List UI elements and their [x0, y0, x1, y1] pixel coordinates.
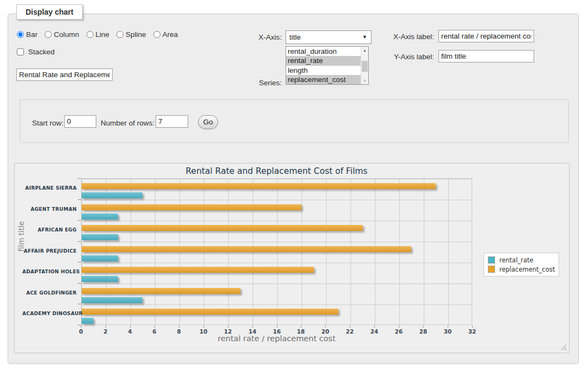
panel-title: Display chart — [16, 4, 83, 20]
y-category-label: AFFAIR PREJUDICE — [22, 248, 77, 254]
x-axis-tick — [106, 325, 106, 328]
y-axis-tick — [78, 241, 81, 242]
chart-type-option-label: Spline — [126, 30, 146, 39]
chart-type-option-label: Area — [163, 30, 178, 39]
stacked-checkbox[interactable] — [17, 48, 24, 55]
x-tick-label: 4 — [122, 328, 138, 335]
x-tick-label: 26 — [391, 328, 407, 335]
chart-title-input[interactable] — [16, 68, 113, 81]
legend-label: rental_rate — [499, 256, 534, 264]
y-category-label: ADAPTATION HOLES — [22, 269, 77, 274]
chart-type-radio-bar[interactable] — [17, 31, 24, 38]
bar-rental_rate — [82, 297, 143, 303]
start-row-input[interactable] — [64, 115, 96, 128]
x-axis-tick — [154, 325, 155, 328]
x-axis-tick — [301, 325, 301, 328]
go-button[interactable]: Go — [198, 115, 218, 129]
bar-rental_rate — [82, 214, 118, 220]
chart-type-option-area[interactable]: Area — [153, 30, 178, 39]
scroll-down-icon[interactable]: ▼ — [361, 77, 368, 84]
chart-legend: rental_ratereplacement_cost — [484, 253, 559, 277]
bar-replacement_cost — [82, 204, 301, 210]
x-axis-tick — [448, 325, 448, 328]
bar-rental_rate — [82, 234, 118, 240]
y-axis-tick — [78, 178, 81, 179]
series-option-rental_duration[interactable]: rental_duration — [286, 47, 361, 56]
series-option-replacement_cost[interactable]: replacement_cost — [286, 75, 361, 84]
bar-replacement_cost — [82, 183, 436, 189]
x-tick-label: 12 — [220, 328, 236, 335]
y-category-label: AIRPLANE SIERRA — [22, 185, 77, 191]
legend-label: replacement_cost — [499, 266, 555, 273]
chart-type-radio-spline[interactable] — [116, 31, 123, 38]
x-axis-tick — [374, 325, 375, 328]
chart-type-option-bar[interactable]: Bar — [17, 30, 38, 39]
chart-type-radio-area[interactable] — [153, 31, 160, 38]
legend-row: replacement_cost — [488, 265, 555, 274]
row-range-panel: Start row: Number of rows: Go — [20, 99, 569, 143]
x-axis-tick — [81, 325, 82, 328]
y-category-label: AGENT TRUMAN — [22, 206, 77, 212]
series-list-scrollbar[interactable]: ▲ ▼ — [361, 47, 368, 84]
x-axis-label: X-Axis: — [234, 33, 282, 41]
y-category-label: ACADEMY DINOSAUR — [22, 311, 77, 316]
x-tick-label: 22 — [342, 328, 358, 335]
legend-swatch-replacement_cost — [488, 266, 495, 273]
x-tick-label: 10 — [195, 328, 212, 335]
x-axis-tick — [130, 325, 131, 328]
x-tick-label: 16 — [269, 328, 285, 335]
x-axis-title: rental rate / replacement cost — [81, 334, 472, 343]
scroll-up-icon[interactable]: ▲ — [361, 47, 368, 54]
x-axis-select[interactable]: title ▼ — [286, 30, 372, 44]
start-row-label: Start row: — [32, 119, 64, 127]
stacked-checkbox-row[interactable]: Stacked — [17, 48, 55, 56]
chart-type-option-label: Bar — [26, 30, 38, 39]
number-of-rows-input[interactable] — [156, 115, 188, 128]
x-tick-label: 18 — [293, 328, 309, 335]
bar-rental_rate — [82, 255, 118, 261]
x-axis-tick — [203, 325, 204, 328]
x-axis-tick — [399, 325, 399, 328]
series-options: rental_durationrental_ratelengthreplacem… — [286, 47, 361, 84]
legend-row: rental_rate — [488, 255, 555, 265]
x-axis-tick — [423, 325, 424, 328]
chart-type-option-label: Line — [96, 30, 110, 39]
y-axis-tick — [78, 283, 81, 284]
x-tick-label: 30 — [440, 328, 456, 335]
chart-type-option-spline[interactable]: Spline — [116, 30, 146, 39]
chart-type-option-label: Column — [54, 30, 79, 39]
x-axis-tick — [325, 325, 326, 328]
y-axis-label-field-label: Y-Axis label: — [380, 53, 434, 61]
plot-area — [81, 178, 472, 325]
y-category-label: ACE GOLDFINGER — [22, 290, 77, 296]
number-of-rows-label: Number of rows: — [101, 119, 154, 127]
chart-type-radio-column[interactable] — [45, 31, 52, 38]
x-tick-label: 28 — [415, 328, 431, 335]
x-tick-label: 0 — [73, 328, 89, 335]
chart-type-option-line[interactable]: Line — [86, 30, 110, 39]
x-tick-label: 2 — [97, 328, 114, 335]
x-tick-label: 14 — [244, 328, 261, 335]
series-multiselect[interactable]: rental_durationrental_ratelengthreplacem… — [286, 46, 369, 85]
y-axis-tick — [78, 304, 81, 304]
series-option-rental_rate[interactable]: rental_rate — [286, 56, 361, 65]
y-axis-label-input[interactable] — [438, 50, 534, 62]
chart-type-radio-line[interactable] — [86, 31, 94, 38]
x-axis-label-input[interactable] — [438, 30, 534, 42]
bar-replacement_cost — [82, 309, 338, 315]
x-tick-label: 24 — [366, 328, 382, 335]
series-option-length[interactable]: length — [286, 66, 361, 75]
y-axis-tick — [78, 262, 81, 262]
bar-replacement_cost — [82, 225, 363, 231]
stacked-label: Stacked — [28, 48, 55, 56]
chart-type-option-column[interactable]: Column — [45, 30, 79, 39]
bar-rental_rate — [82, 276, 118, 282]
chevron-down-icon: ▼ — [362, 34, 367, 40]
x-tick-label: 20 — [317, 328, 333, 335]
bar-replacement_cost — [82, 288, 240, 294]
scrollbar-thumb[interactable] — [362, 61, 368, 72]
chart-container: Rental Rate and Replacement Cost of Film… — [14, 163, 570, 353]
chart-title: Rental Rate and Replacement Cost of Film… — [81, 166, 472, 176]
resize-handle-icon[interactable] — [560, 344, 566, 350]
bar-rental_rate — [82, 318, 94, 324]
